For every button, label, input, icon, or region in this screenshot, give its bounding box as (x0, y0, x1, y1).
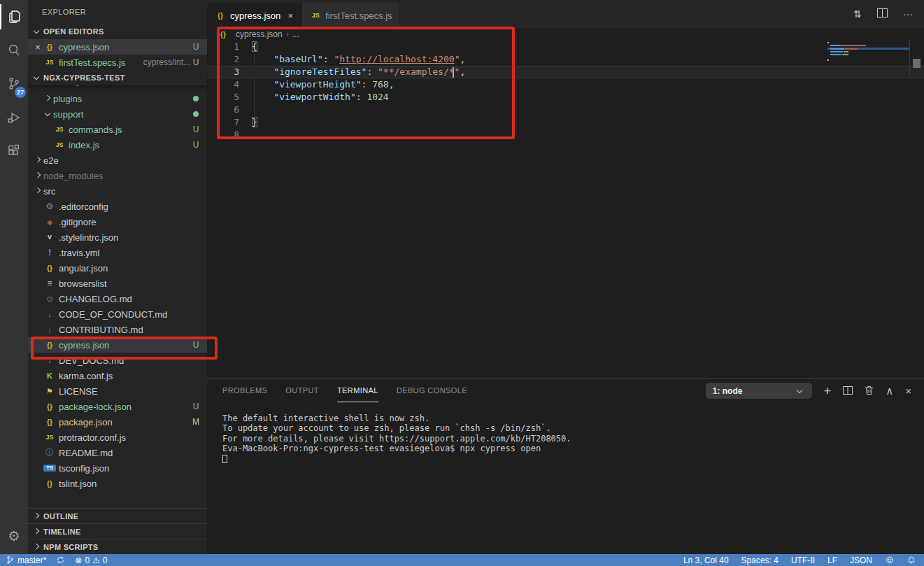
tree-item-e2e[interactable]: e2e (28, 153, 207, 168)
ts-file-icon: TS (43, 465, 56, 472)
git-status-badge: U (190, 140, 201, 150)
notifications-bell-icon[interactable] (907, 556, 916, 565)
token: : (367, 66, 378, 77)
open-editors-header[interactable]: OPEN EDITORS (28, 24, 207, 39)
tree-item-readme-md[interactable]: ⓘREADME.md (28, 445, 207, 460)
editor-area[interactable]: {}cypress.json×JSfirstTest.specs.js ⇅ ··… (207, 0, 924, 378)
language-indicator[interactable]: JSON (850, 556, 872, 565)
run-debug-icon[interactable] (0, 101, 28, 134)
kill-terminal-trash-icon[interactable] (865, 385, 874, 397)
feedback-smiley-icon[interactable] (885, 556, 895, 565)
source-control-icon[interactable]: 27 (0, 67, 28, 101)
git-branch-status[interactable]: master* (6, 556, 46, 565)
tab-cypress-json[interactable]: {}cypress.json× (207, 3, 302, 28)
maximize-panel-icon[interactable]: ∧ (886, 385, 893, 396)
search-icon[interactable] (0, 34, 28, 67)
git-status-badge: U (190, 42, 201, 52)
tree-item-node-modules[interactable]: node_modules (28, 168, 207, 183)
more-actions-icon[interactable]: ··· (903, 8, 913, 20)
panel-tab-output[interactable]: OUTPUT (285, 378, 319, 402)
close-icon[interactable]: × (32, 42, 43, 52)
section-outline[interactable]: OUTLINE (28, 508, 207, 523)
new-terminal-icon[interactable]: + (824, 385, 832, 397)
token (252, 92, 273, 102)
settings-gear-icon[interactable]: ⚙ (0, 528, 28, 544)
tree-item-commands-js[interactable]: JScommands.jsU (28, 122, 207, 137)
encoding-indicator[interactable]: UTF-8 (791, 556, 815, 565)
tree-item-protractor-conf-js[interactable]: JSprotractor.conf.js (28, 430, 207, 445)
text-cursor (453, 67, 454, 78)
terminal-output[interactable]: The default interactive shell is now zsh… (222, 413, 571, 464)
token: : (323, 54, 334, 64)
scm-badge: 27 (15, 87, 26, 98)
tree-item-support[interactable]: support (28, 106, 207, 122)
tab-label: firstTest.specs.js (325, 10, 392, 21)
tree-item-plugins[interactable]: plugins (28, 91, 207, 106)
tree-item-cypress-json[interactable]: {}cypress.jsonU (28, 337, 207, 353)
tree-item-angular-json[interactable]: {}angular.json (28, 260, 207, 276)
token (252, 79, 273, 90)
split-editor-icon[interactable] (877, 8, 888, 20)
section-timeline[interactable]: TIMELINE (28, 523, 207, 539)
open-editor-item[interactable]: JSfirstTest.specs.jscypress/int...U (28, 55, 207, 70)
editor-scrollbar[interactable] (911, 39, 921, 378)
section-npm-scripts[interactable]: NPM SCRIPTS (28, 539, 207, 554)
tree-item-index-js[interactable]: JSindex.jsU (28, 137, 207, 153)
token: } (252, 117, 257, 127)
tree-item-label: support (53, 109, 193, 120)
token: : (362, 79, 373, 90)
minimap[interactable] (827, 40, 909, 82)
panel-tab-terminal[interactable]: TERMINAL (337, 378, 378, 402)
tree-item-contributing-md[interactable]: ↓CONTRIBUTING.md (28, 322, 207, 337)
bottom-panel: PROBLEMSOUTPUTTERMINALDEBUG CONSOLE 1: n… (207, 378, 924, 554)
section-label: NPM SCRIPTS (43, 543, 98, 551)
terminal-selector-dropdown[interactable]: 1: node (706, 383, 812, 399)
close-panel-icon[interactable]: × (905, 385, 911, 396)
tree-item-label: CONTRIBUTING.md (59, 325, 201, 335)
indentation-indicator[interactable]: Spaces: 4 (741, 556, 779, 565)
braces-file-icon: {} (43, 403, 56, 411)
tree-item-tsconfig-json[interactable]: TStsconfig.json (28, 460, 207, 476)
sync-status[interactable] (56, 556, 65, 565)
scrollbar-handle[interactable] (913, 59, 921, 68)
tab-firsttest-specs-js[interactable]: JSfirstTest.specs.js (302, 3, 399, 28)
tree-item-license[interactable]: ⚑LICENSE (28, 383, 207, 399)
braces-file-icon: {} (43, 43, 56, 51)
eol-indicator[interactable]: LF (827, 556, 837, 565)
code-line-6: 6 (207, 104, 924, 116)
explorer-icon[interactable] (0, 0, 28, 34)
tree-item-browserslist[interactable]: ≡browserslist (28, 276, 207, 291)
tree-item-code-of-conduct-md[interactable]: ↓CODE_OF_CONDUCT.md (28, 306, 207, 322)
close-tab-icon[interactable]: × (286, 10, 294, 21)
tree-item-dev-docs-md[interactable]: ↓DEV_DOCS.md (28, 353, 207, 368)
code-line-8: 8 (207, 129, 924, 141)
tree-item-tslint-json[interactable]: {}tslint.json (28, 476, 207, 491)
tree-item--travis-yml[interactable]: !.travis.yml (28, 245, 207, 260)
tree-item-label: package-lock.json (59, 402, 190, 412)
tree-item-package-lock-json[interactable]: {}package-lock.jsonU (28, 399, 207, 414)
chevron-down-icon (794, 385, 805, 397)
breadcrumb[interactable]: {} cypress.json › ... (207, 28, 924, 41)
tree-item-karma-conf-js[interactable]: Kkarma.conf.js (28, 368, 207, 383)
tree-item-src[interactable]: src (28, 183, 207, 199)
md-file-icon: ↓ (43, 356, 56, 365)
project-header[interactable]: NGX-CYPRESS-TEST (28, 70, 207, 85)
code-line-2: 2 "baseUrl": "http://localhost:4200", (207, 53, 924, 66)
panel-tab-problems[interactable]: PROBLEMS (222, 378, 267, 402)
split-terminal-icon[interactable] (843, 385, 853, 396)
extensions-icon[interactable] (0, 134, 28, 168)
problems-status[interactable]: ⊗ 0 ⚠ 0 (75, 556, 107, 565)
line-number: 4 (207, 78, 239, 91)
tree-item--stylelintrc-json[interactable]: V.stylelintrc.json (28, 229, 207, 245)
tree-item-changelog-md[interactable]: ⊙CHANGELOG.md (28, 291, 207, 306)
tree-item--gitignore[interactable]: ◆.gitignore (28, 214, 207, 229)
line-col-indicator[interactable]: Ln 3, Col 40 (683, 556, 729, 565)
code-editor[interactable]: 1{2 "baseUrl": "http://localhost:4200",3… (207, 41, 924, 141)
tree-item-package-json[interactable]: {}package.jsonM (28, 414, 207, 430)
tree-item--editorconfig[interactable]: ⚙.editorconfig (28, 199, 207, 214)
code-text: "viewportWidth": 1024 (239, 91, 389, 104)
panel-tab-debug-console[interactable]: DEBUG CONSOLE (397, 378, 467, 402)
tree-item-label: karma.conf.js (59, 371, 201, 381)
open-editor-item[interactable]: ×{}cypress.jsonU (28, 39, 207, 55)
open-changes-icon[interactable]: ⇅ (853, 8, 862, 20)
